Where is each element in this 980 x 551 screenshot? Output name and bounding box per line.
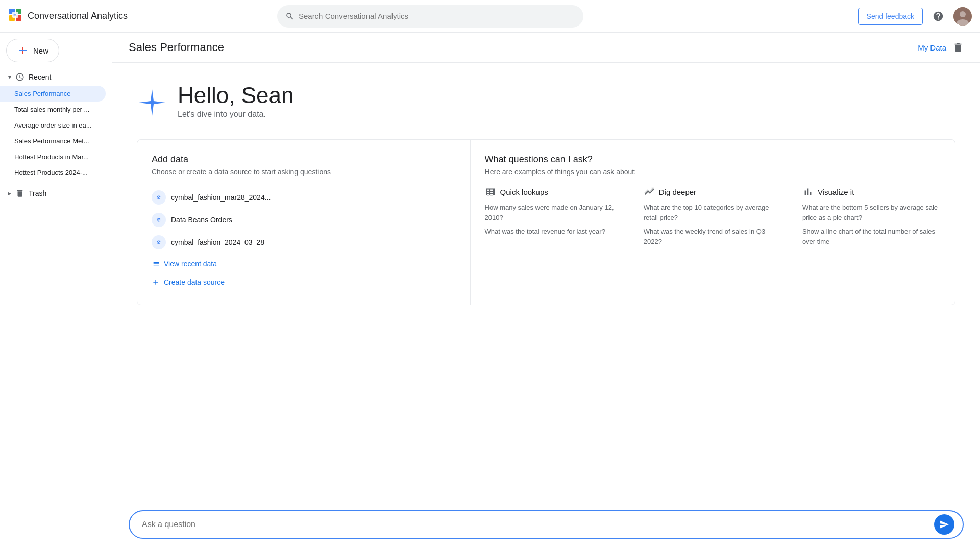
questions-title: What questions can I ask? [485, 154, 941, 165]
add-data-title: Add data [152, 154, 456, 165]
ask-input[interactable] [142, 520, 930, 529]
welcome-hero: Hello, Sean Let's dive into your data. [137, 83, 955, 119]
list-icon [152, 260, 160, 268]
data-circle-databeans [152, 213, 166, 227]
page-header-right: My Data [918, 42, 964, 53]
sidebar-item-sales-performance[interactable]: Sales Performance [0, 86, 106, 102]
avatar[interactable] [953, 7, 972, 26]
app-icon: ≡ [8, 8, 22, 25]
new-button-label: New [33, 46, 48, 55]
send-feedback-button[interactable]: Send feedback [858, 8, 923, 25]
quick-lookup-item-1: How many sales were made on January 12, … [485, 203, 623, 222]
trash-label: Trash [29, 189, 46, 197]
trash-icon [15, 189, 24, 198]
data-circle-cymbal2 [152, 235, 166, 249]
search-bar [277, 5, 583, 28]
quick-lookups-title: Quick lookups [500, 188, 548, 196]
create-data-source-link[interactable]: Create data source [152, 274, 456, 290]
recent-label: Recent [29, 73, 51, 81]
sidebar-item-total-sales[interactable]: Total sales monthly per ... [0, 102, 106, 117]
plus-icon [152, 278, 160, 286]
data-item-cymbal2[interactable]: cymbal_fashion_2024_03_28 [152, 231, 456, 254]
chevron-right-icon: ▸ [8, 190, 11, 197]
quick-lookups-col: Quick lookups How many sales were made o… [485, 186, 623, 251]
data-item-label: Data Beans Orders [171, 216, 232, 224]
greeting-subtitle: Let's dive into your data. [178, 110, 293, 119]
welcome-text: Hello, Sean Let's dive into your data. [178, 83, 293, 119]
search-input[interactable] [299, 12, 575, 20]
topnav-right: Send feedback [858, 7, 972, 26]
questions-columns: Quick lookups How many sales were made o… [485, 186, 941, 251]
visualize-col: Visualize it What are the bottom 5 selle… [802, 186, 941, 251]
new-button[interactable]: New [6, 39, 59, 62]
search-icon [285, 12, 295, 21]
new-plus-icon [17, 44, 29, 57]
data-circle-cymbal1 [152, 190, 166, 205]
recent-section-header[interactable]: ▾ Recent [0, 68, 112, 86]
view-recent-label: View recent data [164, 260, 217, 268]
clock-icon [15, 72, 24, 82]
cards-row: Add data Choose or create a data source … [137, 139, 955, 305]
sidebar-item-sales-met[interactable]: Sales Performance Met... [0, 133, 106, 149]
ask-input-wrapper [129, 510, 964, 539]
dig-deeper-item-2: What was the weekly trend of sales in Q3… [644, 227, 782, 246]
send-button[interactable] [934, 514, 954, 535]
sidebar-item-hottest-2024[interactable]: Hottest Products 2024-... [0, 165, 106, 181]
welcome-area: Hello, Sean Let's dive into your data. A… [112, 63, 980, 502]
chart-line-icon [644, 186, 655, 197]
quick-lookup-item-2: What was the total revenue for last year… [485, 227, 623, 237]
data-item-databeans[interactable]: Data Beans Orders [152, 209, 456, 231]
questions-subtitle: Here are examples of things you can ask … [485, 168, 941, 176]
quick-lookups-header: Quick lookups [485, 186, 623, 197]
sidebar-item-avg-order[interactable]: Average order size in ea... [0, 117, 106, 133]
greeting-heading: Hello, Sean [178, 83, 293, 108]
dig-deeper-item-1: What are the top 10 categories by averag… [644, 203, 782, 222]
app-logo: ≡ Conversational Analytics [8, 8, 128, 25]
send-icon [939, 519, 949, 530]
delete-icon[interactable] [952, 42, 964, 53]
dig-deeper-title: Dig deeper [659, 188, 696, 196]
data-item-label: cymbal_fashion_mar28_2024... [171, 193, 271, 202]
add-data-card: Add data Choose or create a data source … [137, 140, 471, 305]
app-layout: New ▾ Recent Sales Performance Total sal… [0, 0, 980, 551]
sidebar: New ▾ Recent Sales Performance Total sal… [0, 33, 112, 551]
visualize-title: Visualize it [818, 188, 854, 196]
help-icon[interactable] [929, 7, 947, 26]
page-title: Sales Performance [129, 41, 224, 54]
create-datasource-label: Create data source [164, 278, 225, 286]
trash-section[interactable]: ▸ Trash [0, 185, 112, 202]
svg-text:≡: ≡ [13, 13, 16, 18]
my-data-link[interactable]: My Data [918, 43, 946, 52]
chevron-down-icon: ▾ [8, 73, 11, 81]
visualize-item-2: Show a line chart of the total number of… [802, 227, 941, 246]
visualize-item-1: What are the bottom 5 sellers by average… [802, 203, 941, 222]
table-icon [485, 186, 496, 197]
svg-point-7 [960, 11, 966, 17]
view-recent-data-link[interactable]: View recent data [152, 256, 456, 272]
dig-deeper-header: Dig deeper [644, 186, 782, 197]
bottom-bar [112, 502, 980, 551]
sidebar-item-hottest-mar[interactable]: Hottest Products in Mar... [0, 149, 106, 165]
main-content: Sales Performance My Data Hello, Sean Le… [112, 33, 980, 551]
add-data-subtitle: Choose or create a data source to start … [152, 168, 456, 176]
data-item-cymbal1[interactable]: cymbal_fashion_mar28_2024... [152, 186, 456, 209]
data-item-label: cymbal_fashion_2024_03_28 [171, 238, 264, 246]
sparkle-icon [137, 87, 167, 118]
page-header: Sales Performance My Data [112, 33, 980, 63]
visualize-header: Visualize it [802, 186, 941, 197]
topnav: ≡ Conversational Analytics Send feedback [0, 0, 980, 33]
bar-chart-icon [802, 186, 814, 197]
dig-deeper-col: Dig deeper What are the top 10 categorie… [644, 186, 782, 251]
questions-card: What questions can I ask? Here are examp… [471, 140, 955, 305]
app-title: Conversational Analytics [28, 11, 128, 21]
